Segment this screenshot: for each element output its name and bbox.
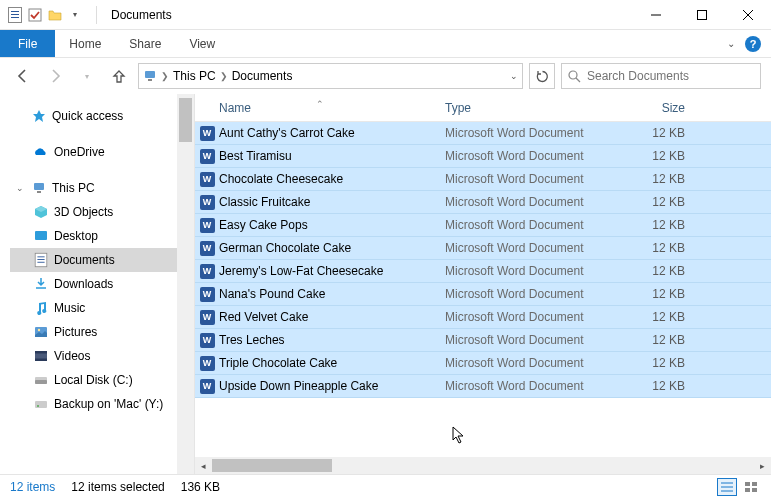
nav-desktop[interactable]: Desktop bbox=[10, 224, 194, 248]
file-row[interactable]: WAunt Cathy's Carrot CakeMicrosoft Word … bbox=[195, 122, 771, 145]
svg-rect-19 bbox=[35, 401, 47, 408]
forward-button[interactable] bbox=[42, 63, 68, 89]
file-type: Microsoft Word Document bbox=[445, 310, 635, 324]
file-row[interactable]: WUpside Down Pineapple CakeMicrosoft Wor… bbox=[195, 375, 771, 398]
file-name: Best Tiramisu bbox=[219, 149, 445, 163]
file-row[interactable]: WJeremy's Low-Fat CheesecakeMicrosoft Wo… bbox=[195, 260, 771, 283]
recent-dropdown-icon[interactable]: ▾ bbox=[74, 63, 100, 89]
file-size: 12 KB bbox=[635, 264, 695, 278]
nav-local-disk[interactable]: Local Disk (C:) bbox=[10, 368, 194, 392]
sort-asc-icon: ⌃ bbox=[316, 99, 324, 109]
nav-this-pc[interactable]: ⌄This PC bbox=[10, 176, 194, 200]
maximize-button[interactable] bbox=[679, 0, 725, 30]
svg-rect-18 bbox=[35, 380, 47, 384]
svg-rect-5 bbox=[145, 71, 155, 78]
file-row[interactable]: WChocolate CheesecakeMicrosoft Word Docu… bbox=[195, 168, 771, 191]
file-row[interactable]: WRed Velvet CakeMicrosoft Word Document1… bbox=[195, 306, 771, 329]
pc-icon bbox=[143, 69, 157, 83]
network-drive-icon bbox=[34, 398, 48, 410]
file-list: ⌃Name Type Size WAunt Cathy's Carrot Cak… bbox=[195, 94, 771, 474]
refresh-button[interactable] bbox=[529, 63, 555, 89]
file-type: Microsoft Word Document bbox=[445, 126, 635, 140]
tab-view[interactable]: View bbox=[175, 30, 229, 57]
file-row[interactable]: WEasy Cake PopsMicrosoft Word Document12… bbox=[195, 214, 771, 237]
word-icon: W bbox=[195, 356, 219, 371]
nav-onedrive[interactable]: OneDrive bbox=[10, 140, 194, 164]
nav-backup-drive[interactable]: Backup on 'Mac' (Y:) bbox=[10, 392, 194, 416]
icons-view-button[interactable] bbox=[741, 478, 761, 496]
file-name: Aunt Cathy's Carrot Cake bbox=[219, 126, 445, 140]
file-row[interactable]: WTriple Chocolate CakeMicrosoft Word Doc… bbox=[195, 352, 771, 375]
ribbon-collapse-icon[interactable]: ⌄ bbox=[727, 38, 735, 49]
file-type: Microsoft Word Document bbox=[445, 241, 635, 255]
quick-access-toolbar: ▾ bbox=[0, 6, 90, 24]
minimize-button[interactable] bbox=[633, 0, 679, 30]
check-icon[interactable] bbox=[26, 6, 44, 24]
svg-rect-24 bbox=[745, 482, 750, 486]
scroll-right-icon[interactable]: ▸ bbox=[754, 457, 771, 474]
file-row[interactable]: WTres LechesMicrosoft Word Document12 KB bbox=[195, 329, 771, 352]
file-row[interactable]: WBest TiramisuMicrosoft Word Document12 … bbox=[195, 145, 771, 168]
word-icon: W bbox=[195, 241, 219, 256]
search-input[interactable] bbox=[587, 69, 754, 83]
file-type: Microsoft Word Document bbox=[445, 264, 635, 278]
scrollbar-thumb[interactable] bbox=[212, 459, 332, 472]
file-name: Tres Leches bbox=[219, 333, 445, 347]
nav-videos[interactable]: Videos bbox=[10, 344, 194, 368]
tab-share[interactable]: Share bbox=[115, 30, 175, 57]
file-type: Microsoft Word Document bbox=[445, 149, 635, 163]
back-button[interactable] bbox=[10, 63, 36, 89]
nav-pictures[interactable]: Pictures bbox=[10, 320, 194, 344]
breadcrumb-this-pc[interactable]: This PC bbox=[173, 69, 216, 83]
tab-home[interactable]: Home bbox=[55, 30, 115, 57]
scrollbar-thumb[interactable] bbox=[179, 98, 192, 142]
qat-dropdown-icon[interactable]: ▾ bbox=[66, 6, 84, 24]
nav-documents[interactable]: Documents bbox=[10, 248, 194, 272]
svg-rect-6 bbox=[148, 79, 152, 81]
folder-icon[interactable] bbox=[46, 6, 64, 24]
divider bbox=[96, 6, 97, 24]
svg-point-20 bbox=[37, 405, 39, 407]
file-row[interactable]: WNana's Pound CakeMicrosoft Word Documen… bbox=[195, 283, 771, 306]
file-size: 12 KB bbox=[635, 241, 695, 255]
address-bar[interactable]: ❯This PC ❯Documents ⌄ bbox=[138, 63, 523, 89]
word-icon: W bbox=[195, 195, 219, 210]
col-size[interactable]: Size bbox=[635, 101, 695, 115]
nav-3d-objects[interactable]: 3D Objects bbox=[10, 200, 194, 224]
svg-point-13 bbox=[38, 329, 40, 331]
svg-point-7 bbox=[569, 71, 577, 79]
file-size: 12 KB bbox=[635, 195, 695, 209]
help-button[interactable]: ? bbox=[745, 36, 761, 52]
status-selected: 12 items selected bbox=[71, 480, 164, 494]
status-size: 136 KB bbox=[181, 480, 220, 494]
nav-tree: Quick access OneDrive ⌄This PC 3D Object… bbox=[0, 94, 195, 474]
nav-music[interactable]: Music bbox=[10, 296, 194, 320]
details-view-button[interactable] bbox=[717, 478, 737, 496]
word-icon: W bbox=[195, 172, 219, 187]
file-size: 12 KB bbox=[635, 287, 695, 301]
search-icon bbox=[568, 70, 581, 83]
file-name: German Chocolate Cake bbox=[219, 241, 445, 255]
file-row[interactable]: WClassic FruitcakeMicrosoft Word Documen… bbox=[195, 191, 771, 214]
address-dropdown-icon[interactable]: ⌄ bbox=[510, 71, 518, 81]
close-button[interactable] bbox=[725, 0, 771, 30]
col-name[interactable]: ⌃Name bbox=[195, 101, 445, 115]
breadcrumb-documents[interactable]: Documents bbox=[232, 69, 293, 83]
nav-quick-access[interactable]: Quick access bbox=[10, 104, 194, 128]
properties-icon[interactable] bbox=[6, 6, 24, 24]
up-button[interactable] bbox=[106, 63, 132, 89]
col-type[interactable]: Type bbox=[445, 101, 635, 115]
tab-file[interactable]: File bbox=[0, 30, 55, 57]
search-box[interactable] bbox=[561, 63, 761, 89]
scroll-left-icon[interactable]: ◂ bbox=[195, 457, 212, 474]
nav-downloads[interactable]: Downloads bbox=[10, 272, 194, 296]
file-row[interactable]: WGerman Chocolate CakeMicrosoft Word Doc… bbox=[195, 237, 771, 260]
file-size: 12 KB bbox=[635, 310, 695, 324]
file-type: Microsoft Word Document bbox=[445, 379, 635, 393]
address-row: ▾ ❯This PC ❯Documents ⌄ bbox=[0, 58, 771, 94]
nav-scrollbar[interactable] bbox=[177, 94, 194, 474]
horizontal-scrollbar[interactable]: ◂ ▸ bbox=[195, 457, 771, 474]
music-icon bbox=[34, 301, 48, 315]
word-icon: W bbox=[195, 287, 219, 302]
collapse-icon[interactable]: ⌄ bbox=[16, 183, 26, 193]
